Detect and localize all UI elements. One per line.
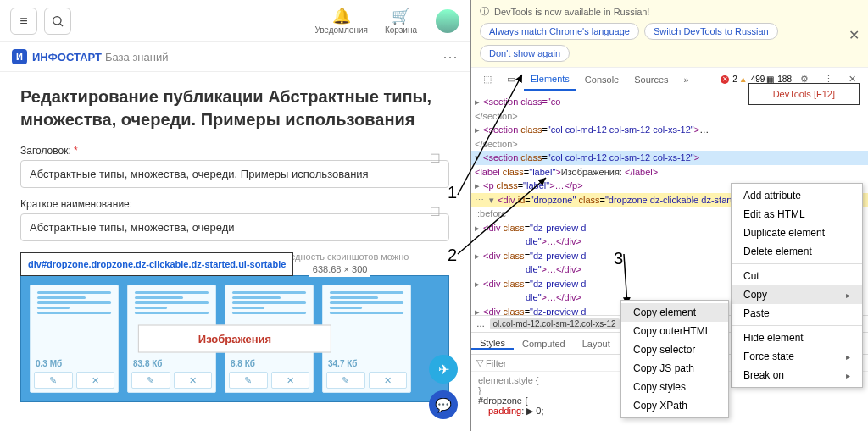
short-input[interactable] — [20, 213, 449, 241]
mi-delete[interactable]: Delete element — [732, 242, 862, 261]
mi-edit-html[interactable]: Edit as HTML — [732, 205, 862, 224]
images-overlay-label: Изображения — [138, 325, 331, 353]
mi-hide[interactable]: Hide element — [732, 329, 862, 347]
cart[interactable]: 🛒 Корзина — [385, 7, 417, 35]
title-label: Заголовок: — [20, 145, 449, 157]
dropzone[interactable]: Изображения 0.3 Мб✎✕83.8 Кб✎✕8.8 Кб✎✕34.… — [20, 275, 449, 402]
devtools-banner: ⓘDevTools is now available in Russian! A… — [471, 0, 868, 68]
info-icon: ⓘ — [480, 5, 489, 18]
chip-switch-ru[interactable]: Switch DevTools to Russian — [644, 23, 778, 40]
mi-copy-jspath[interactable]: Copy JS path — [621, 359, 728, 378]
devtools-hint: DevTools [F12] — [748, 83, 860, 105]
tab-console[interactable]: Console — [578, 68, 626, 91]
close-icon[interactable]: ✕ — [849, 27, 860, 43]
thumbnail[interactable]: 34.7 Кб✎✕ — [322, 285, 411, 393]
filter-input[interactable]: Filter — [486, 358, 506, 368]
stab-layout[interactable]: Layout — [574, 339, 619, 349]
mi-copy-xpath[interactable]: Copy XPath — [621, 396, 728, 415]
bookmark-icon[interactable]: ☐ — [430, 152, 441, 165]
annotation-2: 2 — [448, 246, 457, 265]
telegram-button[interactable]: ✈ — [429, 355, 458, 384]
section[interactable]: База знаний — [105, 51, 169, 64]
delete-icon[interactable]: ✕ — [76, 372, 115, 389]
stab-computed[interactable]: Computed — [514, 339, 574, 349]
device-icon[interactable]: ▭ — [500, 68, 522, 91]
mi-copy[interactable]: Copy▸ — [732, 285, 862, 304]
delete-icon[interactable]: ✕ — [174, 372, 213, 389]
mi-break-on[interactable]: Break on▸ — [732, 366, 862, 384]
tabs-more[interactable]: » — [677, 68, 696, 91]
chat-button[interactable]: 💬 — [429, 390, 458, 419]
mi-copy-styles[interactable]: Copy styles — [621, 378, 728, 396]
brand[interactable]: ИНФОСТАРТ — [32, 51, 102, 64]
short-label: Краткое наименование: — [20, 198, 449, 210]
copy-submenu[interactable]: Copy element Copy outerHTML Copy selecto… — [620, 300, 729, 418]
inspect-tooltip: div#dropzone.dropzone.dz-clickable.dz-st… — [20, 252, 293, 276]
edit-icon[interactable]: ✎ — [34, 372, 73, 389]
mi-paste[interactable]: Paste — [732, 304, 862, 323]
stab-styles[interactable]: Styles — [471, 338, 514, 350]
mi-add-attr[interactable]: Add attribute — [732, 186, 862, 205]
bell-icon: 🔔 — [332, 7, 351, 25]
inspect-icon[interactable]: ⬚ — [476, 68, 498, 91]
mi-cut[interactable]: Cut — [732, 267, 862, 285]
breadcrumb: И ИНФОСТАРТ База знаний ⋯ — [0, 41, 470, 72]
cart-label: Корзина — [385, 25, 417, 35]
edit-icon[interactable]: ✎ — [326, 372, 365, 389]
search-button[interactable] — [44, 8, 71, 35]
svg-point-0 — [53, 16, 61, 24]
title-input[interactable] — [20, 160, 449, 188]
page-title: Редактирование публикации Абстрактные ти… — [20, 86, 449, 131]
chip-dont-show[interactable]: Don't show again — [480, 45, 570, 62]
chip-match-lang[interactable]: Always match Chrome's language — [480, 23, 639, 40]
notifications[interactable]: 🔔 Уведомления — [314, 7, 368, 35]
delete-icon[interactable]: ✕ — [271, 372, 310, 389]
mi-force-state[interactable]: Force state▸ — [732, 347, 862, 366]
notif-label: Уведомления — [314, 25, 368, 35]
annotation-1: 1 — [448, 183, 457, 202]
thumbnail[interactable]: 0.3 Мб✎✕ — [30, 285, 119, 393]
error-count[interactable]: ✕2 — [721, 75, 737, 84]
more-icon[interactable]: ⋯ — [442, 47, 458, 66]
delete-icon[interactable]: ✕ — [369, 372, 408, 389]
edit-icon[interactable]: ✎ — [131, 372, 170, 389]
context-menu[interactable]: Add attribute Edit as HTML Duplicate ele… — [731, 183, 863, 388]
filter-icon[interactable]: ▽ — [476, 357, 483, 368]
mi-copy-outerhtml[interactable]: Copy outerHTML — [621, 322, 728, 340]
annotation-3: 3 — [614, 249, 623, 268]
tab-sources[interactable]: Sources — [627, 68, 675, 91]
logo-icon: И — [12, 49, 27, 64]
svg-line-1 — [60, 24, 63, 26]
bookmark-icon[interactable]: ☐ — [430, 205, 441, 218]
cart-icon: 🛒 — [392, 7, 410, 25]
mi-copy-selector[interactable]: Copy selector — [621, 340, 728, 359]
mi-duplicate[interactable]: Duplicate element — [732, 224, 862, 242]
menu-button[interactable]: ≡ — [10, 8, 37, 35]
edit-icon[interactable]: ✎ — [229, 372, 268, 389]
avatar[interactable] — [436, 9, 459, 33]
mi-copy-element[interactable]: Copy element — [621, 303, 728, 322]
tab-elements[interactable]: Elements — [524, 68, 576, 91]
